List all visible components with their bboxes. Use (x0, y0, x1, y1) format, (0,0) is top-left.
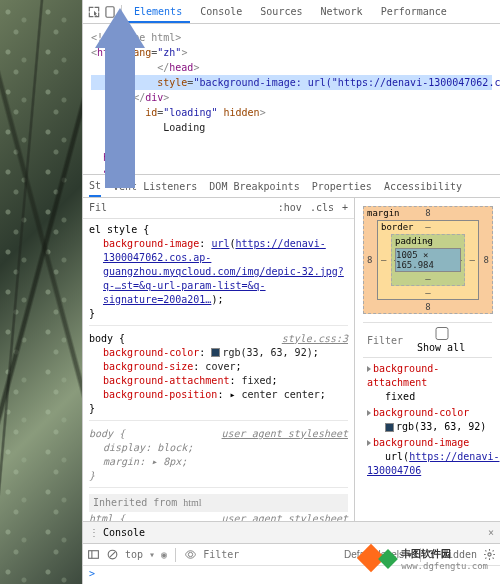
rule-body-ua[interactable]: body {user agent stylesheet display: blo… (89, 427, 348, 488)
close-icon[interactable]: × (488, 527, 494, 538)
subtab-properties[interactable]: Properties (312, 181, 372, 192)
eye-icon[interactable] (184, 548, 197, 561)
styles-subtabs: St vent Listeners DOM Breakpoints Proper… (83, 174, 500, 198)
tab-performance[interactable]: Performance (373, 2, 455, 21)
computed-pane: margin 8 8 8 8 border – – – – padding – … (355, 198, 500, 521)
box-model[interactable]: margin 8 8 8 8 border – – – – padding – … (363, 206, 493, 314)
styles-pane: Fil :hov .cls + el style { background-im… (83, 198, 355, 521)
subtab-styles[interactable]: St (89, 180, 101, 197)
svg-line-4 (110, 552, 115, 557)
hov-toggle[interactable]: :hov (278, 202, 302, 213)
device-toggle-icon[interactable] (103, 5, 117, 19)
show-all-checkbox[interactable] (417, 327, 467, 340)
tab-network[interactable]: Network (312, 2, 370, 21)
styles-filter[interactable]: Fil (89, 202, 107, 213)
watermark: 丰图软件园 www.dgfengtu.com (361, 542, 488, 576)
svg-rect-0 (106, 6, 114, 17)
tab-console[interactable]: Console (192, 2, 250, 21)
subtab-breakpoints[interactable]: DOM Breakpoints (209, 181, 299, 192)
computed-filter-input[interactable] (367, 335, 417, 346)
sidebar-toggle-icon[interactable] (87, 548, 100, 561)
inherited-divider: Inherited from html (89, 494, 348, 512)
devtools-panel: Elements Console Sources Network Perform… (82, 0, 500, 584)
console-filter-input[interactable] (203, 549, 263, 560)
rule-body[interactable]: body {style.css:3 background-color: rgb(… (89, 332, 348, 421)
rule-html-ua[interactable]: html {user agent stylesheet (89, 512, 348, 521)
svg-rect-1 (89, 551, 99, 559)
clear-console-icon[interactable] (106, 548, 119, 561)
drawer-tab-console[interactable]: Console (103, 527, 145, 538)
context-selector[interactable]: top (125, 549, 143, 560)
computed-properties[interactable]: background-attachment fixed background-c… (363, 358, 492, 484)
cls-toggle[interactable]: .cls (310, 202, 334, 213)
tab-sources[interactable]: Sources (252, 2, 310, 21)
tab-elements[interactable]: Elements (126, 2, 190, 23)
color-swatch[interactable] (211, 348, 220, 357)
background-image (0, 0, 82, 584)
subtab-listeners[interactable]: vent Listeners (113, 181, 197, 192)
dom-tree[interactable]: <!doctype html> <html lang="zh"> </head>… (83, 24, 500, 174)
svg-point-5 (488, 553, 491, 556)
subtab-accessibility[interactable]: Accessibility (384, 181, 462, 192)
rule-element-style[interactable]: el style { background-image: url(https:/… (89, 223, 348, 326)
devtools-tabs: Elements Console Sources Network Perform… (83, 0, 500, 24)
add-rule-button[interactable]: + (342, 202, 348, 213)
inspect-icon[interactable] (87, 5, 101, 19)
watermark-logo-icon (361, 542, 395, 576)
